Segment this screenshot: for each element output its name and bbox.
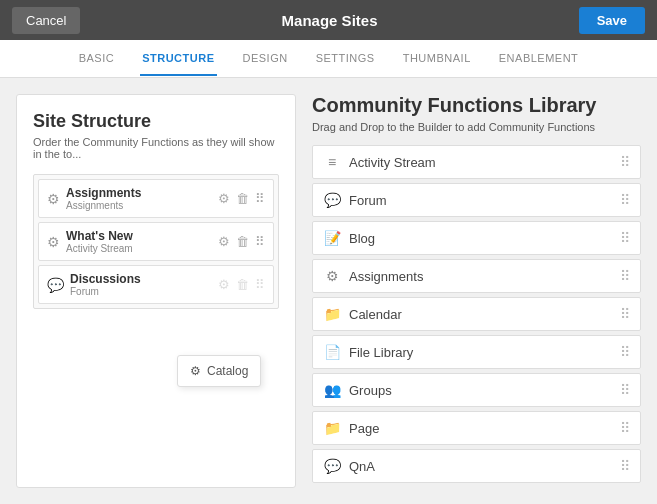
- assignment-icon: ⚙: [47, 191, 60, 207]
- site-structure-panel: Site Structure Order the Community Funct…: [16, 94, 296, 488]
- library-item-left: 👥 Groups: [323, 382, 392, 398]
- structure-item-actions: ⚙ 🗑 ⠿: [218, 191, 265, 206]
- file-library-icon: 📄: [323, 344, 341, 360]
- library-item-left: 📁 Page: [323, 420, 379, 436]
- library-item-name: Page: [349, 421, 379, 436]
- structure-item-name: Assignments: [66, 186, 141, 200]
- library-item-file-library[interactable]: 📄 File Library ⠿: [312, 335, 641, 369]
- structure-item-left: ⚙ Assignments Assignments: [47, 186, 141, 211]
- site-structure-title: Site Structure: [33, 111, 279, 132]
- discussions-icon: 💬: [47, 277, 64, 293]
- drag-icon[interactable]: ⠿: [255, 277, 265, 292]
- catalog-label: Catalog: [207, 364, 248, 378]
- page-icon: 📁: [323, 420, 341, 436]
- settings-icon[interactable]: ⚙: [218, 277, 230, 292]
- main-content: Site Structure Order the Community Funct…: [0, 78, 657, 504]
- structure-item-sub: Activity Stream: [66, 243, 133, 254]
- assignments-icon: ⚙: [323, 268, 341, 284]
- structure-list: ⚙ Assignments Assignments ⚙ 🗑 ⠿ ⚙: [33, 174, 279, 309]
- site-structure-desc: Order the Community Functions as they wi…: [33, 136, 279, 160]
- drag-handle-icon: ⠿: [620, 344, 630, 360]
- library-title: Community Functions Library: [312, 94, 641, 117]
- structure-item-sub: Assignments: [66, 200, 141, 211]
- calendar-icon: 📁: [323, 306, 341, 322]
- library-item-name: Forum: [349, 193, 387, 208]
- structure-item-sub: Forum: [70, 286, 141, 297]
- library-item-qna[interactable]: 💬 QnA ⠿: [312, 449, 641, 483]
- settings-icon[interactable]: ⚙: [218, 191, 230, 206]
- structure-item-actions: ⚙ 🗑 ⠿: [218, 277, 265, 292]
- structure-item-text: Discussions Forum: [70, 272, 141, 297]
- library-item-page[interactable]: 📁 Page ⠿: [312, 411, 641, 445]
- drag-handle-icon: ⠿: [620, 306, 630, 322]
- library-item-name: Groups: [349, 383, 392, 398]
- whats-new-icon: ⚙: [47, 234, 60, 250]
- drag-handle-icon: ⠿: [620, 420, 630, 436]
- library-list: ≡ Activity Stream ⠿ 💬 Forum ⠿ 📝 Blog ⠿: [312, 145, 641, 483]
- structure-item-text: Assignments Assignments: [66, 186, 141, 211]
- page-title: Manage Sites: [80, 12, 578, 29]
- structure-item-assignments: ⚙ Assignments Assignments ⚙ 🗑 ⠿: [38, 179, 274, 218]
- drag-icon[interactable]: ⠿: [255, 191, 265, 206]
- activity-stream-icon: ≡: [323, 154, 341, 170]
- structure-item-name: What's New: [66, 229, 133, 243]
- library-item-left: 💬 QnA: [323, 458, 375, 474]
- drag-icon[interactable]: ⠿: [255, 234, 265, 249]
- structure-item-name: Discussions: [70, 272, 141, 286]
- library-item-left: 📄 File Library: [323, 344, 413, 360]
- drag-handle-icon: ⠿: [620, 458, 630, 474]
- catalog-icon: ⚙: [190, 364, 201, 378]
- library-item-name: Calendar: [349, 307, 402, 322]
- structure-item-whats-new: ⚙ What's New Activity Stream ⚙ 🗑 ⠿: [38, 222, 274, 261]
- tab-thumbnail[interactable]: THUMBNAIL: [401, 42, 473, 76]
- library-item-name: Activity Stream: [349, 155, 436, 170]
- structure-item-left: 💬 Discussions Forum: [47, 272, 141, 297]
- settings-icon[interactable]: ⚙: [218, 234, 230, 249]
- qna-icon: 💬: [323, 458, 341, 474]
- tab-settings[interactable]: SETTINGS: [314, 42, 377, 76]
- structure-item-left: ⚙ What's New Activity Stream: [47, 229, 133, 254]
- library-item-name: Blog: [349, 231, 375, 246]
- delete-icon[interactable]: 🗑: [236, 234, 249, 249]
- drag-handle-icon: ⠿: [620, 268, 630, 284]
- library-item-left: 📝 Blog: [323, 230, 375, 246]
- header: Cancel Manage Sites Save: [0, 0, 657, 40]
- drag-handle-icon: ⠿: [620, 382, 630, 398]
- library-item-left: 📁 Calendar: [323, 306, 402, 322]
- drag-handle-icon: ⠿: [620, 230, 630, 246]
- blog-icon: 📝: [323, 230, 341, 246]
- library-item-left: ⚙ Assignments: [323, 268, 423, 284]
- library-item-assignments[interactable]: ⚙ Assignments ⠿: [312, 259, 641, 293]
- structure-item-text: What's New Activity Stream: [66, 229, 133, 254]
- library-item-forum[interactable]: 💬 Forum ⠿: [312, 183, 641, 217]
- library-item-name: QnA: [349, 459, 375, 474]
- cancel-button[interactable]: Cancel: [12, 7, 80, 34]
- library-item-left: ≡ Activity Stream: [323, 154, 436, 170]
- structure-item-actions: ⚙ 🗑 ⠿: [218, 234, 265, 249]
- delete-icon[interactable]: 🗑: [236, 191, 249, 206]
- library-item-groups[interactable]: 👥 Groups ⠿: [312, 373, 641, 407]
- groups-icon: 👥: [323, 382, 341, 398]
- forum-icon: 💬: [323, 192, 341, 208]
- library-item-name: File Library: [349, 345, 413, 360]
- catalog-dropdown[interactable]: ⚙ Catalog: [177, 355, 261, 387]
- drag-handle-icon: ⠿: [620, 192, 630, 208]
- tab-structure[interactable]: STRUCTURE: [140, 42, 216, 76]
- library-desc: Drag and Drop to the Builder to add Comm…: [312, 121, 641, 133]
- delete-icon[interactable]: 🗑: [236, 277, 249, 292]
- tab-enablement[interactable]: ENABLEMENT: [497, 42, 581, 76]
- tab-design[interactable]: DESIGN: [241, 42, 290, 76]
- library-item-blog[interactable]: 📝 Blog ⠿: [312, 221, 641, 255]
- structure-item-discussions: 💬 Discussions Forum ⚙ 🗑 ⠿: [38, 265, 274, 304]
- library-item-calendar[interactable]: 📁 Calendar ⠿: [312, 297, 641, 331]
- tabs-bar: BASIC STRUCTURE DESIGN SETTINGS THUMBNAI…: [0, 40, 657, 78]
- library-item-name: Assignments: [349, 269, 423, 284]
- tab-basic[interactable]: BASIC: [77, 42, 117, 76]
- library-panel: Community Functions Library Drag and Dro…: [312, 94, 641, 488]
- drag-handle-icon: ⠿: [620, 154, 630, 170]
- library-item-activity-stream[interactable]: ≡ Activity Stream ⠿: [312, 145, 641, 179]
- library-item-left: 💬 Forum: [323, 192, 387, 208]
- save-button[interactable]: Save: [579, 7, 645, 34]
